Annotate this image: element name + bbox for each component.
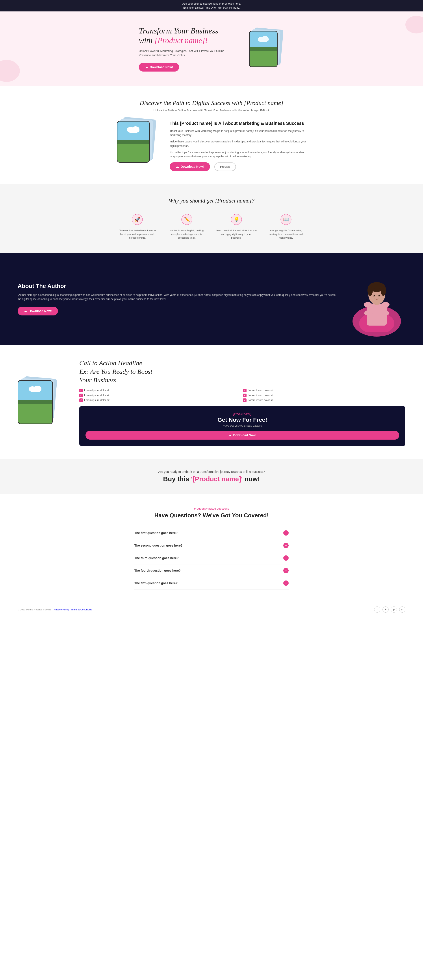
checklist-item-5: ✓ Lorem ipsum dolor sit bbox=[243, 394, 405, 397]
faq-section: Frequently asked questions Have Question… bbox=[0, 494, 423, 603]
about-product-grid: This [Product name] Is All About Marketi… bbox=[117, 121, 306, 171]
cta-box-download-button[interactable]: ☁ Download Now! bbox=[86, 431, 399, 439]
faq-toggle-2[interactable]: + bbox=[283, 543, 289, 548]
svg-text:✏️: ✏️ bbox=[184, 216, 190, 222]
hero-blob2 bbox=[405, 16, 423, 33]
check-icon-5: ✓ bbox=[243, 394, 247, 397]
cta-tablet-container bbox=[18, 380, 66, 424]
svg-point-29 bbox=[381, 302, 389, 307]
check-icon-2: ✓ bbox=[79, 394, 83, 397]
svg-point-23 bbox=[370, 282, 384, 289]
cta-box-product-label: [Product name] bbox=[86, 412, 399, 415]
cta-tablet-front bbox=[18, 380, 53, 424]
tablet-front bbox=[249, 31, 278, 67]
why-rocket-icon: 🚀 bbox=[131, 213, 144, 226]
why-item3-text: Learn practical tips and tricks that you… bbox=[216, 229, 257, 240]
faq-toggle-3[interactable]: + bbox=[283, 555, 289, 561]
checklist-item-2: ✓ Lorem ipsum dolor sit bbox=[79, 394, 242, 397]
hero-download-button[interactable]: ☁ Download Now! bbox=[139, 63, 179, 72]
announcement-line2: Example: Limited Time Offer! Get 50% off… bbox=[5, 6, 418, 10]
faq-toggle-4[interactable]: + bbox=[283, 568, 289, 573]
social-linkedin-icon[interactable]: in bbox=[399, 606, 405, 612]
faq-question-2: The second question goes here? bbox=[134, 544, 183, 547]
author-illustration bbox=[353, 266, 401, 332]
faq-question-1: The first question goes here? bbox=[134, 531, 177, 535]
discover-tablet bbox=[117, 121, 156, 163]
about-preview-button[interactable]: Preview bbox=[214, 162, 236, 171]
faq-item-4[interactable]: The fourth question goes here? + bbox=[134, 565, 289, 577]
about-paragraph3: No matter if you're a seasoned entrepren… bbox=[170, 150, 306, 159]
hero-title: Transform Your Business with [Product na… bbox=[139, 26, 231, 45]
footer-links: Privacy Policy | Terms & Conditions bbox=[54, 608, 92, 611]
why-item4-text: Your go-to guide for marketing mastery i… bbox=[265, 229, 306, 240]
cta-box-cloud-icon: ☁ bbox=[228, 433, 231, 437]
about-paragraph2: Inside these pages, you'll discover prov… bbox=[170, 140, 306, 148]
why-item-2: ✏️ Written in easy English, making compl… bbox=[166, 213, 207, 240]
faq-question-4: The fourth question goes here? bbox=[134, 569, 180, 572]
discover-tablet-front bbox=[117, 121, 150, 163]
check-icon-4: ✓ bbox=[243, 389, 247, 392]
cta-section: Call to Action HeadlineEx: Are You Ready… bbox=[0, 345, 423, 459]
faq-question-3: The third question goes here? bbox=[134, 556, 179, 560]
buy-heading: Buy this '[Product name]' now! bbox=[18, 475, 405, 483]
announcement-bar: Add your offer, announcement, or promoti… bbox=[0, 0, 423, 11]
faq-toggle-1[interactable]: + bbox=[283, 530, 289, 536]
svg-point-28 bbox=[364, 302, 372, 307]
author-download-button[interactable]: ☁ Download Now! bbox=[18, 307, 58, 315]
cta-box: [Product name] Get Now For Free! Hurry U… bbox=[79, 406, 405, 446]
cta-box-heading: Get Now For Free! bbox=[86, 417, 399, 423]
social-facebook-icon[interactable]: f bbox=[374, 606, 380, 612]
author-content: About The Author [Author Name] is a seas… bbox=[18, 283, 339, 315]
why-section: Why you should get [Product name]? 🚀 Dis… bbox=[0, 184, 423, 253]
announcement-line1: Add your offer, announcement, or promoti… bbox=[5, 2, 418, 6]
faq-item-5[interactable]: The fifth question goes here? + bbox=[134, 577, 289, 590]
checklist-item-1: ✓ Lorem ipsum dolor sit bbox=[79, 389, 242, 392]
about-download-button[interactable]: ☁ Download Now! bbox=[170, 162, 210, 171]
checklist-item-6: ✓ Lorem ipsum dolor sit bbox=[243, 398, 405, 402]
checklist-item-3: ✓ Lorem ipsum dolor sit bbox=[79, 398, 242, 402]
about-paragraph1: 'Boost Your Business with Marketing Magi… bbox=[170, 129, 306, 137]
why-grid: 🚀 Discover time-tested techniques to boo… bbox=[117, 213, 306, 240]
buy-text: Are you ready to embark on a transformat… bbox=[18, 470, 405, 474]
download-cloud-icon: ☁ bbox=[145, 65, 148, 69]
faq-toggle-5[interactable]: + bbox=[283, 581, 289, 586]
footer-copyright: © 2023 Mom's Passive Income | bbox=[18, 608, 52, 611]
social-pinterest-icon[interactable]: p bbox=[391, 606, 397, 612]
about-button-group: ☁ Download Now! Preview bbox=[170, 162, 306, 171]
cta-heading: Call to Action HeadlineEx: Are You Ready… bbox=[79, 359, 405, 384]
social-twitter-icon[interactable]: ✦ bbox=[383, 606, 389, 612]
social-icons: f ✦ p in bbox=[374, 606, 405, 612]
svg-point-5 bbox=[131, 126, 139, 132]
author-section: About The Author [Author Name] is a seas… bbox=[0, 253, 423, 345]
footer-left: © 2023 Mom's Passive Income | Privacy Po… bbox=[18, 608, 92, 611]
faq-item-1[interactable]: The first question goes here? + bbox=[134, 527, 289, 539]
discover-tablet-container bbox=[117, 121, 161, 163]
why-item2-text: Written in easy English, making complex … bbox=[166, 229, 207, 240]
why-item-4: 📖 Your go-to guide for marketing mastery… bbox=[265, 213, 306, 240]
about-cloud-icon: ☁ bbox=[176, 165, 179, 169]
author-bio: [Author Name] is a seasoned digital mark… bbox=[18, 293, 339, 301]
faq-item-2[interactable]: The second question goes here? + bbox=[134, 539, 289, 552]
faq-heading: Have Questions? We've Got You Covered! bbox=[18, 512, 405, 519]
about-heading: This [Product name] Is All About Marketi… bbox=[170, 121, 306, 126]
check-icon-3: ✓ bbox=[79, 398, 83, 402]
why-bulb-icon: 💡 bbox=[230, 213, 243, 226]
svg-text:📖: 📖 bbox=[283, 216, 289, 222]
discover-section: Discover the Path to Digital Success wit… bbox=[0, 86, 423, 184]
svg-point-26 bbox=[374, 295, 375, 296]
cta-box-subtext: Hurry Up! Limited Stocks Vailable bbox=[86, 424, 399, 427]
svg-point-32 bbox=[34, 386, 42, 391]
checklist-item-4: ✓ Lorem ipsum dolor sit bbox=[243, 389, 405, 392]
svg-text:💡: 💡 bbox=[233, 216, 239, 222]
discover-cloud-icon bbox=[126, 124, 141, 133]
faq-item-3[interactable]: The third question goes here? + bbox=[134, 552, 289, 565]
about-text: This [Product name] Is All About Marketi… bbox=[170, 121, 306, 171]
check-icon-1: ✓ bbox=[79, 389, 83, 392]
checklist: ✓ Lorem ipsum dolor sit ✓ Lorem ipsum do… bbox=[79, 389, 405, 402]
footer-terms-link[interactable]: Terms & Conditions bbox=[71, 608, 92, 611]
footer-privacy-link[interactable]: Privacy Policy bbox=[54, 608, 69, 611]
svg-text:🚀: 🚀 bbox=[134, 216, 140, 222]
why-book-icon: 📖 bbox=[279, 213, 292, 226]
author-cloud-icon: ☁ bbox=[24, 309, 27, 313]
why-item-3: 💡 Learn practical tips and tricks that y… bbox=[216, 213, 257, 240]
